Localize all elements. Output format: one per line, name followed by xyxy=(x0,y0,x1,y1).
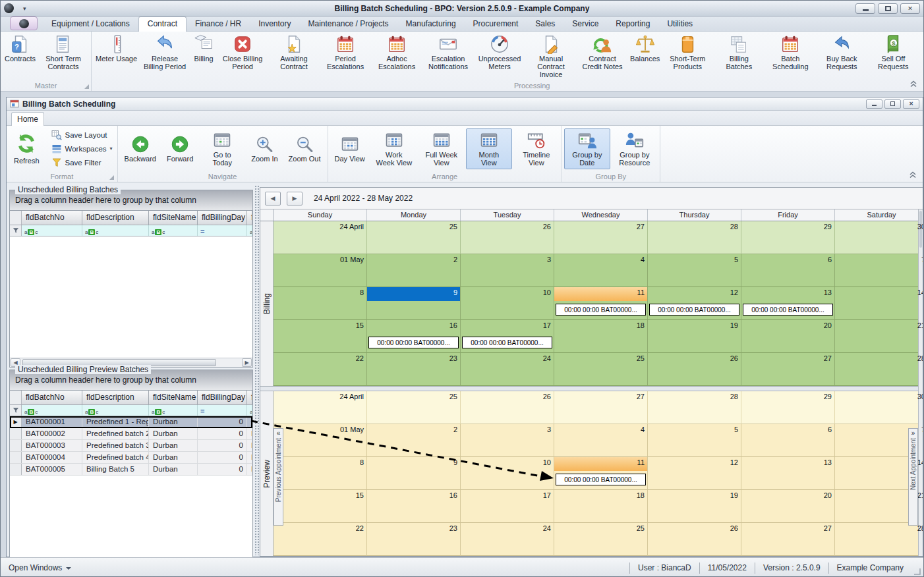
table-row[interactable]: BAT000002Predefined batch 2Durban0PR xyxy=(10,428,252,440)
day-header-saturday[interactable]: Saturday xyxy=(835,209,923,221)
day-header-wednesday[interactable]: Wednesday xyxy=(554,209,648,221)
ribbon-button-buy-back-requests[interactable]: Buy Back Requests xyxy=(816,33,867,80)
calendar-day-billing-26[interactable]: 26 xyxy=(461,221,554,254)
scroll-right-icon[interactable]: ▶ xyxy=(242,358,252,367)
calendar-day-billing-27[interactable]: 27 xyxy=(554,221,648,254)
calendar-day-preview-16[interactable]: 16 xyxy=(367,490,461,523)
ribbon-button-contract-expiry[interactable]: Contract Expiry xyxy=(919,33,923,80)
day-header-friday[interactable]: Friday xyxy=(741,209,835,221)
filter-cell-fldbillingday[interactable]: = xyxy=(198,225,247,236)
calendar-day-billing-23[interactable]: 23 xyxy=(367,353,461,386)
grid-body[interactable]: ▶BAT000001Predefined 1 - Regu...Durban0P… xyxy=(10,416,252,557)
filter-cell-fldsitename[interactable]: aBc xyxy=(149,225,198,236)
column-header-fld[interactable]: fld xyxy=(247,211,252,225)
maximize-button[interactable] xyxy=(878,3,898,14)
collapse-toolbar-icon[interactable] xyxy=(908,171,917,179)
table-row[interactable]: BAT000004Predefined batch 4Durban0PR xyxy=(10,452,252,464)
appointment[interactable]: 00:00 00:00 BAT00000... xyxy=(368,337,459,348)
toolbar-button-group-by-date[interactable]: Group by Date xyxy=(564,128,610,169)
column-header-fldbatchno[interactable]: fldBatchNo xyxy=(22,211,82,225)
filter-cell-fldbillingday[interactable]: = xyxy=(198,405,247,416)
ribbon-button-contracts[interactable]: ?Contracts xyxy=(3,33,38,80)
filter-cell-fld[interactable]: aBc xyxy=(247,225,252,236)
toolbar-button-forward[interactable]: Forward xyxy=(162,132,198,165)
calendar-day-billing-21[interactable]: 21 xyxy=(835,320,923,353)
ribbon-button-unprocessed-meters[interactable]: Unprocessed Meters xyxy=(474,33,525,80)
calendar-day-billing-11[interactable]: 1100:00 00:00 BAT00000... xyxy=(554,287,648,320)
resize-grip-icon[interactable] xyxy=(913,567,921,576)
toolbar-button-day-view[interactable]: Day View xyxy=(330,132,370,165)
ribbon-button-manual-contract-invoice[interactable]: Manual Contract Invoice xyxy=(525,33,577,80)
ribbon-button-release-billing-period[interactable]: Release Billing Period xyxy=(139,33,190,80)
calendar-day-billing-27[interactable]: 27 xyxy=(741,353,835,386)
day-header-tuesday[interactable]: Tuesday xyxy=(461,209,554,221)
calendar-day-preview-27[interactable]: 27 xyxy=(554,391,648,424)
column-header-fld[interactable]: fld xyxy=(247,391,252,404)
toolbar-button-backward[interactable]: Backward xyxy=(120,132,161,165)
calendar-day-billing-3[interactable]: 3 xyxy=(461,254,554,287)
calendar-day-preview-26[interactable]: 26 xyxy=(648,523,741,556)
calendar-day-billing-28[interactable]: 28 xyxy=(835,353,923,386)
column-header-flddescription[interactable]: fldDescription xyxy=(82,391,149,404)
toolbar-button-workspaces[interactable]: Workspaces▾ xyxy=(49,143,115,155)
calendar-day-preview-22[interactable]: 22 xyxy=(274,523,367,556)
calendar-day-preview-20[interactable]: 20 xyxy=(741,490,835,523)
quick-access-caret-icon[interactable]: ▾ xyxy=(23,5,26,12)
toolbar-button-full-week-view[interactable]: Full Week View xyxy=(419,128,465,169)
calendar-day-billing-30[interactable]: 30 xyxy=(835,221,923,254)
day-header-monday[interactable]: Monday xyxy=(367,209,461,221)
ribbon-button-adhoc-escalations[interactable]: Adhoc Escalations xyxy=(371,33,422,80)
calendar-day-preview-6[interactable]: 6 xyxy=(741,424,835,457)
next-appointment-tab[interactable]: » Next Appointment xyxy=(908,428,918,526)
toolbar-button-go-to-today[interactable]: Go to Today xyxy=(199,128,245,169)
calendar-day-preview-25[interactable]: 25 xyxy=(554,523,648,556)
menu-tab-utilities[interactable]: Utilities xyxy=(658,16,701,31)
table-row[interactable]: BAT000005Billing Batch 5Durban0PR xyxy=(10,464,252,476)
ribbon-button-short-term-products[interactable]: Short-Term Products xyxy=(662,33,713,80)
column-header-fldbillingday[interactable]: fldBillingDay xyxy=(198,211,247,225)
calendar-day-preview-24[interactable]: 24 xyxy=(461,523,554,556)
previous-appointment-tab[interactable]: « Previous Appointment xyxy=(274,428,283,526)
menu-tab-manufacturing[interactable]: Manufacturing xyxy=(397,16,465,31)
calendar-day-preview-25[interactable]: 25 xyxy=(367,391,461,424)
ribbon-button-short-term-contracts[interactable]: Short Term Contracts xyxy=(38,33,89,80)
filter-cell-flddescription[interactable]: aBc xyxy=(82,405,149,416)
day-header-sunday[interactable]: Sunday xyxy=(274,209,367,221)
dialog-launcher-icon[interactable] xyxy=(84,84,89,89)
calendar-day-preview-11[interactable]: 1100:00 00:00 BAT00000... xyxy=(554,457,648,490)
filter-row-icon[interactable] xyxy=(10,225,22,236)
menu-tab-procurement[interactable]: Procurement xyxy=(465,16,527,31)
calendar-day-preview-2[interactable]: 2 xyxy=(367,424,461,457)
toolbar-button-save-layout[interactable]: Save Layout xyxy=(49,129,115,141)
calendar-day-billing-22[interactable]: 22 xyxy=(274,353,367,386)
refresh-button[interactable]: Refresh xyxy=(9,131,45,167)
calendar-day-billing-25[interactable]: 25 xyxy=(367,221,461,254)
column-header-fldbillingday[interactable]: fldBillingDay xyxy=(198,391,247,404)
ribbon-button-close-billing-period[interactable]: Close Billing Period xyxy=(217,33,268,80)
calendar-day-preview-28[interactable]: 28 xyxy=(648,391,741,424)
calendar-day-billing-24-april[interactable]: 24 April xyxy=(274,221,367,254)
calendar-day-billing-24[interactable]: 24 xyxy=(461,353,554,386)
calendar-day-billing-8[interactable]: 8 xyxy=(274,287,367,320)
calendar-day-billing-15[interactable]: 15 xyxy=(274,320,367,353)
filter-row-icon[interactable] xyxy=(10,405,22,416)
calendar-day-billing-9[interactable]: 9 xyxy=(367,287,461,320)
filter-cell-fld[interactable]: aBc xyxy=(247,405,252,416)
calendar-day-preview-4[interactable]: 4 xyxy=(554,424,648,457)
calendar-day-billing-17[interactable]: 1700:00 00:00 BAT00000... xyxy=(461,320,554,353)
tab-home[interactable]: Home xyxy=(11,112,44,126)
ribbon-button-meter-usage[interactable]: Meter Usage xyxy=(94,33,139,80)
ribbon-button-awaiting-contract[interactable]: Awaiting Contract xyxy=(268,33,320,80)
calendar-day-billing-12[interactable]: 1200:00 00:00 BAT00000... xyxy=(648,287,741,320)
column-header-fldbatchno[interactable]: fldBatchNo xyxy=(22,391,82,404)
open-windows-button[interactable]: Open Windows xyxy=(1,563,71,572)
calendar-day-preview-23[interactable]: 23 xyxy=(367,523,461,556)
ribbon-button-batch-scheduling[interactable]: Batch Scheduling xyxy=(765,33,816,80)
filter-cell-fldbatchno[interactable]: aBc xyxy=(22,225,82,236)
calendar-day-preview-19[interactable]: 19 xyxy=(648,490,741,523)
child-maximize-button[interactable] xyxy=(884,99,901,109)
appointment[interactable]: 00:00 00:00 BAT00000... xyxy=(556,304,646,316)
toolbar-button-zoom-out[interactable]: Zoom Out xyxy=(284,132,326,165)
table-row[interactable]: ▶BAT000001Predefined 1 - Regu...Durban0P… xyxy=(10,416,252,428)
toolbar-button-save-filter[interactable]: Save Filter xyxy=(49,157,115,169)
